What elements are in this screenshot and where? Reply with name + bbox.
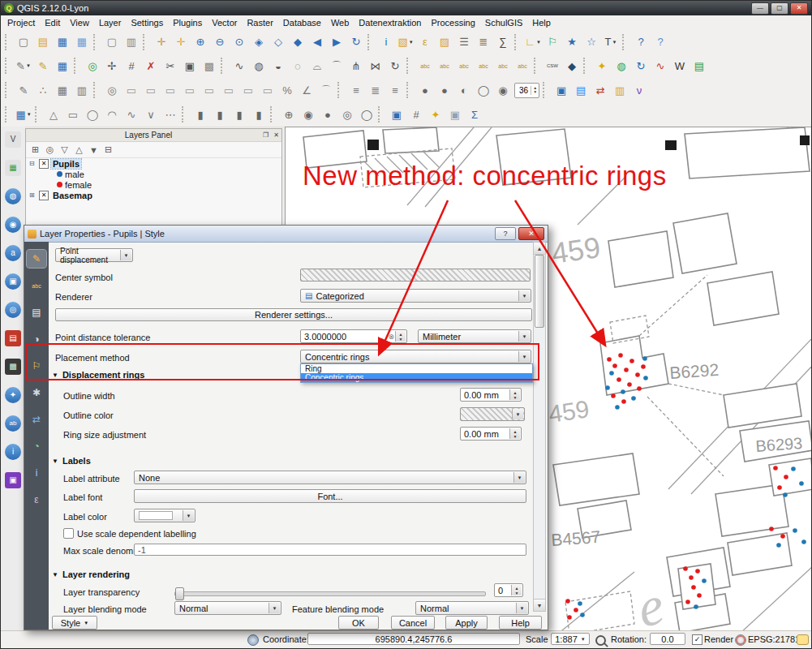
displacement-rings-header[interactable]: ▼ Displacement rings xyxy=(52,370,144,380)
ring-cross-icon[interactable]: ⊕ xyxy=(280,105,298,123)
tab-rendering-icon[interactable]: ◑ xyxy=(27,330,46,348)
new-bookmark-icon[interactable]: ★ xyxy=(563,33,581,51)
copy-features-icon[interactable]: ▣ xyxy=(181,57,199,75)
close-button[interactable]: ✕ xyxy=(790,2,808,15)
select-by-expression-icon[interactable]: ε xyxy=(416,33,434,51)
web-service-1-icon[interactable]: ◍ xyxy=(5,188,21,204)
tab-diagrams-icon[interactable]: ◔ xyxy=(27,437,46,455)
dialog-title-bar[interactable]: Layer Properties - Pupils | Style ? ✕ xyxy=(24,226,548,243)
grass-region-icon[interactable]: ▦ xyxy=(54,81,71,99)
layers-bright-icon[interactable]: ▤ xyxy=(572,81,590,99)
placement-option-ring[interactable]: Ring xyxy=(301,364,532,373)
composer-manager-icon[interactable]: ▥ xyxy=(122,33,140,51)
scroll-up-icon[interactable]: ▲ xyxy=(534,243,545,255)
zoom-in-icon[interactable]: ⊕ xyxy=(191,33,209,51)
raster-menu-icon[interactable]: ▦▼ xyxy=(15,105,32,123)
delete-ring-icon[interactable]: ◌ xyxy=(289,57,307,75)
new-project-icon[interactable]: ▢ xyxy=(15,33,32,51)
save-project-icon[interactable]: ▦ xyxy=(54,33,71,51)
pan-to-selection-icon[interactable]: ✛ xyxy=(172,33,190,51)
dialog-close-button[interactable]: ✕ xyxy=(518,227,544,240)
paste-features-icon[interactable]: ▩ xyxy=(200,57,218,75)
help-contents-icon[interactable]: ? xyxy=(632,33,650,51)
move-feature-icon[interactable]: ✢ xyxy=(103,57,121,75)
whats-this-icon[interactable]: ? xyxy=(651,33,669,51)
layer-item-basemap[interactable]: ⊞✕Basemap xyxy=(26,190,281,200)
select-pad-3-icon[interactable]: ▭ xyxy=(161,81,179,99)
expander-icon[interactable]: ⊟ xyxy=(29,160,37,167)
split-features-icon[interactable]: ⋔ xyxy=(347,57,365,75)
transparency-slider[interactable] xyxy=(174,591,486,596)
ring-target-icon[interactable]: ◉ xyxy=(299,105,317,123)
max-scale-input[interactable]: -1 xyxy=(134,544,526,556)
layer-checkbox[interactable]: ✕ xyxy=(39,191,49,200)
node-tool-icon[interactable]: # xyxy=(122,57,140,75)
magnifier-icon[interactable] xyxy=(595,635,606,646)
select-pad-5-icon[interactable]: ▭ xyxy=(200,81,218,99)
percent-tool-icon[interactable]: % xyxy=(278,81,296,99)
measure-line-icon[interactable]: ∟▼ xyxy=(524,33,542,51)
crs-status-icon[interactable] xyxy=(735,634,746,646)
scale-combo[interactable]: 1:887▼ xyxy=(551,633,590,645)
center-symbol-button[interactable] xyxy=(300,269,531,282)
tab-fields-icon[interactable]: ▤ xyxy=(27,303,46,321)
minimize-button[interactable]: — xyxy=(751,2,769,15)
save-project-as-icon[interactable]: ▦ xyxy=(73,33,91,51)
csw-catalog-icon[interactable]: CSW xyxy=(543,57,561,75)
plugin-globe-icon[interactable]: ◍ xyxy=(612,57,630,75)
messages-icon[interactable] xyxy=(797,634,809,645)
pan-map-icon[interactable]: ✛ xyxy=(153,33,170,51)
abc-badge-icon[interactable]: a xyxy=(5,245,21,261)
digitize-v-icon[interactable]: V xyxy=(5,131,21,148)
cut-features-icon[interactable]: ✂ xyxy=(161,57,179,75)
add-feature-icon[interactable]: ◎ xyxy=(84,57,101,75)
menu-project[interactable]: Project xyxy=(2,16,40,29)
delete-selected-icon[interactable]: ✗ xyxy=(142,57,160,75)
font-size-spinbox[interactable]: 36▲▼ xyxy=(514,83,539,98)
plugin-lightning-icon[interactable]: ✦ xyxy=(593,57,611,75)
zoom-last-icon[interactable]: ◀ xyxy=(308,33,326,51)
rotation-spinbox[interactable]: 0.0 xyxy=(650,633,685,645)
simplify-feature-icon[interactable]: ∿ xyxy=(230,57,248,75)
draw-polygon-icon[interactable]: △ xyxy=(45,105,62,123)
layer-blending-combo[interactable]: Normal▼ xyxy=(174,601,281,615)
ring-open-icon[interactable]: ◯ xyxy=(358,105,376,123)
circle-half-icon[interactable]: ◐ xyxy=(455,81,473,99)
ring-filled-icon[interactable]: ● xyxy=(319,105,337,123)
maximize-button[interactable]: ▢ xyxy=(771,2,788,15)
distribute-icon[interactable]: ≡ xyxy=(386,81,404,99)
placement-method-combo[interactable]: Concentric rings▼ xyxy=(300,350,531,363)
ok-button[interactable]: OK xyxy=(338,616,379,630)
collapse-all-icon[interactable]: ▼ xyxy=(88,145,100,155)
mesh-colored-icon[interactable]: ▦ xyxy=(5,160,21,176)
select-pad-4-icon[interactable]: ▭ xyxy=(181,81,199,99)
select-pad-1-icon[interactable]: ▭ xyxy=(122,81,140,99)
menu-raster[interactable]: Raster xyxy=(242,16,277,29)
save-layer-edits-icon[interactable]: ▦ xyxy=(54,57,71,75)
globe-rings-icon[interactable]: ◎ xyxy=(5,302,21,318)
move-label-icon[interactable]: abc xyxy=(475,57,492,75)
apply-button[interactable]: Apply xyxy=(445,616,488,630)
feature-blending-combo[interactable]: Normal▼ xyxy=(415,601,529,615)
arc-tool-icon[interactable]: ⌒ xyxy=(317,81,335,99)
menu-plugins[interactable]: Plugins xyxy=(168,16,207,29)
menu-schulgis[interactable]: SchulGIS xyxy=(480,16,527,29)
reshape-features-icon[interactable]: ⌓ xyxy=(308,57,326,75)
draw-arc-icon[interactable]: ◠ xyxy=(103,105,121,123)
tab-style-icon[interactable]: ✎ xyxy=(27,250,46,268)
solid-block-2-icon[interactable]: ▮ xyxy=(211,105,229,123)
select-pad-6-icon[interactable]: ▭ xyxy=(220,81,238,99)
tab-variables-icon[interactable]: ε xyxy=(27,491,46,509)
filter-legend-icon[interactable]: ▽ xyxy=(58,144,71,155)
circles-tool-icon[interactable]: ◎ xyxy=(103,81,121,99)
open-project-icon[interactable]: ▤ xyxy=(34,33,52,51)
zoom-native-icon[interactable]: ⊙ xyxy=(230,33,248,51)
offset-curve-icon[interactable]: ⌒ xyxy=(328,57,346,75)
tab-joins-icon[interactable]: ⇄ xyxy=(27,410,46,428)
zoom-full-icon[interactable]: ◈ xyxy=(250,33,268,51)
label-font-button[interactable]: Font... xyxy=(134,489,526,503)
draw-rect-icon[interactable]: ▭ xyxy=(64,105,82,123)
scrollbar-thumb[interactable] xyxy=(535,255,544,328)
statistical-summary-icon[interactable]: ∑ xyxy=(494,33,512,51)
layer-labeling-icon[interactable]: abc xyxy=(416,57,434,75)
